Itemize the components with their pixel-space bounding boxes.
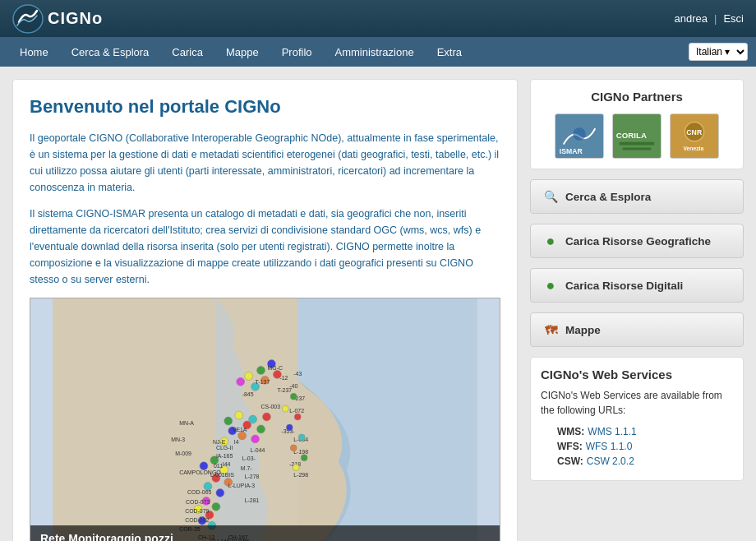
map-container: MN-A MN-3 M-009 CAMPOLONGO COD-065 COD-0… (30, 298, 500, 541)
svg-text:NJ-E: NJ-E (213, 439, 226, 445)
intro-paragraph-1: Il geoportale CIGNO (Collaborative Inter… (30, 130, 500, 196)
ws-csw-link[interactable]: CSW 2.0.2 (587, 455, 634, 467)
partners-title: CIGNo Partners (541, 90, 733, 104)
svg-text:CS-003: CS-003 (261, 404, 281, 409)
svg-text:ISMAR: ISMAR (560, 147, 583, 155)
ws-csw-row: CSW: CSW 2.0.2 (541, 455, 733, 467)
left-column: Benvenuto nel portale CIGNo Il geoportal… (12, 79, 518, 541)
svg-point-16 (257, 425, 265, 433)
nav-carica[interactable]: Carica (160, 39, 214, 65)
svg-point-26 (216, 488, 224, 497)
svg-point-10 (224, 417, 233, 425)
svg-text:L-298: L-298 (293, 472, 308, 478)
svg-text:M.7-: M.7- (241, 465, 252, 471)
nav-cerca[interactable]: Cerca & Esplora (60, 39, 161, 65)
nav-mappe[interactable]: Mappe (214, 39, 270, 65)
svg-point-18 (251, 435, 260, 443)
svg-text:MN-3: MN-3 (171, 437, 185, 442)
plus-icon-geo: ● (542, 233, 559, 249)
svg-point-28 (212, 502, 220, 511)
ws-wms-label: WMS: (557, 426, 584, 437)
cerca-esplora-label: Cerca & Esplora (565, 191, 651, 203)
svg-rect-88 (623, 148, 652, 150)
separator: | (714, 12, 717, 25)
svg-text:I4: I4 (234, 439, 239, 445)
cerca-esplora-button[interactable]: 🔍 Cerca & Esplora (530, 179, 744, 214)
svg-text:MG-C: MG-C (267, 365, 282, 371)
svg-point-14 (249, 415, 257, 423)
svg-text:L-278: L-278 (245, 474, 260, 479)
svg-point-77 (286, 424, 293, 431)
carica-dig-label: Carica Risorse Digitali (565, 280, 683, 292)
intro-paragraph-2: Il sistema CIGNO-ISMAR presenta un catal… (30, 206, 500, 288)
svg-point-74 (290, 393, 297, 400)
svg-text:I44: I44 (223, 461, 231, 467)
svg-point-11 (235, 411, 243, 419)
svg-point-3 (245, 372, 253, 380)
svg-text:L-281: L-281 (245, 497, 260, 503)
webservices-box: CIGNo's Web Services CIGNo's Web Service… (530, 357, 744, 481)
svg-text:COD-082: COD-082 (185, 517, 209, 523)
svg-point-79 (290, 445, 297, 451)
svg-point-81 (293, 465, 299, 471)
svg-rect-2 (53, 298, 297, 541)
search-icon: 🔍 (542, 188, 559, 205)
navbar: Home Cerca & Esplora Carica Mappe Profil… (0, 37, 756, 67)
header: CIGNo andrea | Esci (0, 0, 756, 37)
nav-profilo[interactable]: Profilo (270, 39, 324, 65)
carica-dig-button[interactable]: ● Carica Risorse Digitali (530, 268, 744, 303)
map-overlay: Rete Monitoraggio pozzi (30, 525, 500, 541)
partner-logo-ismar: ISMAR (555, 113, 604, 159)
nav-home[interactable]: Home (8, 39, 60, 65)
main-layout: Benvenuto nel portale CIGNo Il geoportal… (0, 67, 756, 541)
svg-text:IA-165: IA-165 (216, 453, 233, 459)
svg-point-19 (263, 413, 271, 421)
nav-extra[interactable]: Extra (426, 39, 473, 65)
svg-text:COD-073: COD-073 (186, 499, 210, 505)
map-icon: 🗺 (542, 321, 559, 338)
svg-point-15 (238, 432, 247, 440)
svg-text:-12: -12 (279, 375, 288, 381)
svg-point-4 (257, 366, 265, 374)
svg-point-84 (573, 127, 585, 140)
svg-text:MN-A: MN-A (179, 420, 194, 426)
svg-point-78 (298, 434, 305, 441)
svg-text:M-009: M-009 (175, 451, 191, 456)
svg-text:T-237: T-237 (277, 387, 292, 393)
logo-text: CIGNo (48, 9, 103, 28)
svg-text:-845: -845 (242, 391, 254, 397)
mappe-button[interactable]: 🗺 Mappe (530, 312, 744, 347)
svg-point-0 (13, 5, 43, 33)
svg-text:-43: -43 (293, 371, 302, 377)
svg-text:COD-065: COD-065 (187, 489, 211, 495)
ws-wfs-label: WFS: (557, 441, 583, 452)
svg-point-80 (301, 455, 307, 461)
language-select[interactable]: Italian ▾ English (689, 43, 748, 61)
svg-text:L-LUPIA-3: L-LUPIA-3 (228, 483, 256, 489)
svg-text:L-072: L-072 (289, 408, 304, 414)
partners-logos: ISMAR CORILA CNR (541, 113, 733, 159)
mappe-label: Mappe (565, 324, 601, 336)
ws-wms-link[interactable]: WMS 1.1.1 (588, 426, 636, 437)
nav-admin[interactable]: Amministrazione (324, 39, 426, 65)
svg-text:L-03-: L-03- (242, 455, 256, 461)
carica-geo-label: Carica Risorse Geografiche (565, 235, 711, 247)
logout-link[interactable]: Esci (723, 12, 744, 25)
carica-geo-button[interactable]: ● Carica Risorse Geografiche (530, 224, 744, 258)
svg-text:Venezia: Venezia (683, 146, 703, 151)
plus-icon-dig: ● (542, 277, 559, 294)
logo-icon (12, 4, 44, 34)
username-label: andrea (675, 12, 708, 25)
svg-text:CORILA: CORILA (616, 131, 647, 140)
svg-text:T-137: T-137 (256, 379, 270, 385)
logo-area: CIGNo (12, 4, 103, 34)
map-label: Rete Monitoraggio pozzi (40, 532, 173, 541)
ws-wfs-row: WFS: WFS 1.1.0 (541, 441, 733, 452)
ws-wfs-link[interactable]: WFS 1.1.0 (586, 441, 633, 452)
user-area: andrea | Esci (675, 12, 744, 25)
ws-desc: CIGNo's Web Services are available from … (541, 388, 733, 418)
svg-point-9 (237, 377, 245, 386)
svg-text:L-044: L-044 (251, 447, 265, 453)
ws-wms-row: WMS: WMS 1.1.1 (541, 426, 733, 437)
partners-box: CIGNo Partners ISMAR CORILA (530, 79, 744, 169)
